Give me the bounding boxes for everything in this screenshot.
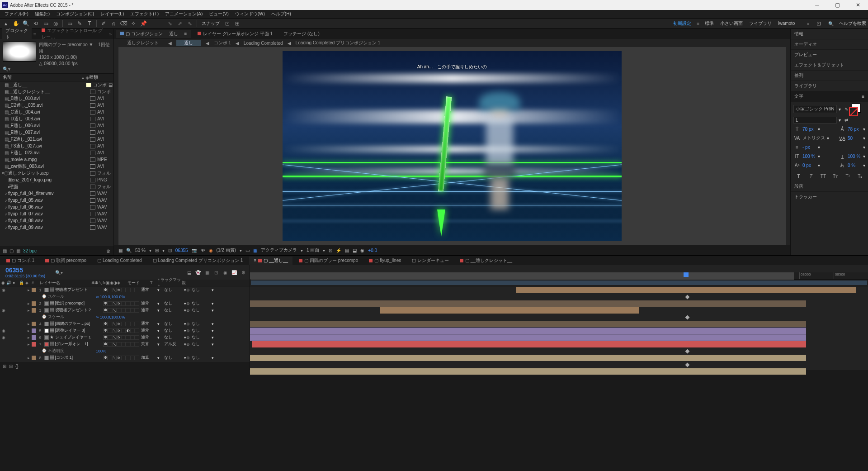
hscale[interactable]: 100 % <box>848 154 861 159</box>
project-item[interactable]: ♪flyup_full_07.wavWAV <box>0 210 113 217</box>
project-item[interactable]: ▤_C2通し_005.aviAVI <box>0 102 113 109</box>
layer-property[interactable]: ⌚ スケール∞ 100.0,100.0% <box>0 293 250 300</box>
workspace-item[interactable]: 小さい画面 <box>720 21 743 26</box>
res-value[interactable]: (1/2 画質) <box>217 247 236 253</box>
layer-row[interactable]: ◉ ▸6 ★ シェイプレイヤー 1 ✽＼fx 通常▾ なし▾ ⊚なし▾ <box>0 334 250 341</box>
kerning[interactable]: メトリクス <box>802 135 825 141</box>
layer-bar[interactable] <box>252 341 806 347</box>
project-item[interactable]: ▤_B通し_010.aviAVI <box>0 95 113 102</box>
project-item[interactable]: ♪flyup_full_04_filter.wavWAV <box>0 190 113 197</box>
project-item[interactable]: ♪flyup_full_06.wavWAV <box>0 204 113 210</box>
mag-icon[interactable]: 🔍 <box>126 248 132 253</box>
project-item[interactable]: ▤frenz_2017_logo.pngPNG <box>0 176 113 183</box>
frame-value[interactable]: 06355 <box>175 248 188 253</box>
breadcrumb-item[interactable]: __通し__ <box>176 40 201 46</box>
breadcrumb-item[interactable]: ◀ <box>236 41 239 46</box>
roi-icon[interactable]: ▭ <box>245 248 250 253</box>
menu-item[interactable]: ヘルプ(H) <box>269 11 294 17</box>
panel-header[interactable]: エフェクト＆プリセット <box>791 60 868 71</box>
flowchart-icon[interactable]: ⬓ <box>353 248 357 253</box>
project-item[interactable]: ♪flyup_full_08.wavWAV <box>0 217 113 224</box>
menu-item[interactable]: ビュー(V) <box>206 11 231 17</box>
timeline-icon[interactable]: ▤ <box>345 248 349 253</box>
leading-v[interactable]: - px <box>802 145 816 150</box>
col-kind[interactable]: 種類 <box>89 74 111 81</box>
breadcrumb-item[interactable]: ◀ <box>206 41 209 46</box>
project-item[interactable]: ▤_zwr撮影_003.aviAVI <box>0 163 113 170</box>
project-item[interactable]: ▤_D通し_008.aviAVI <box>0 115 113 122</box>
timeline-tab[interactable]: ▢ コンポ 1 <box>2 257 39 265</box>
channel-icon[interactable]: ◉ <box>209 248 213 253</box>
timeline-tab[interactable]: ▢ 歌詞 precompo <box>41 257 91 265</box>
timeline-search[interactable]: 🔍▾ <box>51 270 63 275</box>
world-axis-icon[interactable]: ⬈ <box>176 19 184 28</box>
brainstorm-icon[interactable]: ⚙ <box>240 269 247 276</box>
eraser-tool-icon[interactable]: ⌫ <box>119 19 127 28</box>
vscale[interactable]: 100 % <box>802 154 816 159</box>
exposure-value[interactable]: +0.0 <box>368 248 377 253</box>
help-search[interactable]: ヘルプを検索 <box>839 20 866 27</box>
tracker-panel-header[interactable]: トラッカー <box>791 192 868 202</box>
tracking[interactable]: 50 <box>848 136 861 141</box>
superscript-icon[interactable]: T¹ <box>844 172 851 180</box>
timeline-tab[interactable]: ▢ レンダーキュー <box>407 257 453 265</box>
timeline-tab[interactable]: ▢ flyup_lines <box>364 257 406 264</box>
baseline[interactable]: 0 px <box>802 163 816 168</box>
menu-item[interactable]: ウィンドウ(W) <box>232 11 268 17</box>
layer-bar[interactable] <box>250 328 806 334</box>
snap-label[interactable]: スナップ <box>200 20 222 27</box>
viewer-tab[interactable]: レイヤー グレー系オレンジ 平面 1 <box>193 30 277 38</box>
workspace-item[interactable]: iwamoto <box>778 21 795 26</box>
frame-blend-icon[interactable]: ⊡ <box>212 269 220 276</box>
workspace-item[interactable]: 標準 <box>705 21 714 26</box>
allcaps-icon[interactable]: TT <box>820 172 827 180</box>
layer-row[interactable]: ▸7 ▦ [グレー系オレ…1] ✽＼ 乗算▾ アル反▾ ⊚なし▾ <box>0 341 250 347</box>
project-item[interactable]: ▤_F通し_023.aviAVI <box>0 149 113 156</box>
character-panel-header[interactable]: 文字≡ <box>791 91 868 102</box>
show-snap-icon[interactable]: 👁 <box>201 248 205 253</box>
layer-row[interactable]: ◉ ▸3 ▦ 視聴者プレゼント 2 ✽＼ 通常▾ なし▾ ⊚なし▾ <box>0 307 250 314</box>
project-item[interactable]: ▤_E通し_006.aviAVI <box>0 122 113 129</box>
panel-header[interactable]: ライブラリ <box>791 81 868 91</box>
bold-icon[interactable]: T <box>795 172 802 180</box>
font-size[interactable]: 70 px <box>802 127 816 132</box>
project-item[interactable]: ▾▢通しクレジット.aepフォル <box>0 170 113 176</box>
breadcrumb-item[interactable]: ◀ <box>288 41 291 46</box>
bpc-indicator[interactable]: 32 bpc <box>23 248 37 253</box>
layer-bar[interactable] <box>250 368 806 375</box>
shy-icon[interactable]: 👻 <box>194 269 202 276</box>
project-item[interactable]: ▤_C通し_004.aviAVI <box>0 109 113 115</box>
graph-icon[interactable]: 📈 <box>231 269 238 276</box>
mask-icon[interactable]: ⊡ <box>168 248 172 253</box>
breadcrumb-item[interactable]: ◀ <box>168 41 172 46</box>
menu-item[interactable]: ファイル(F) <box>2 11 31 17</box>
layer-bar[interactable] <box>250 314 868 320</box>
render-icon[interactable]: ◉ <box>360 248 364 253</box>
snap-edge-icon[interactable]: ⊞ <box>233 19 241 28</box>
project-item[interactable]: ♪flyup_full_05.wavWAV <box>0 197 113 204</box>
breadcrumb-item[interactable]: Loading Completed プリコンポジション 1 <box>296 40 381 46</box>
layer-property[interactable]: ⌚ 不透明度100% <box>0 347 250 354</box>
trash-icon[interactable]: 🗑 <box>106 248 111 253</box>
layer-row[interactable]: ▸2 ▦ [歌詞 precompo] ✽＼fx 通常▾ なし▾ ⊚なし▾ <box>0 300 250 307</box>
smallcaps-icon[interactable]: Tᴛ <box>832 172 839 180</box>
project-item[interactable]: ▤_F3通し_027.aviAVI <box>0 143 113 149</box>
pixel-aspect-icon[interactable]: ⊡ <box>329 248 332 253</box>
viewer-tab[interactable]: ▢ コンポジション __通し__ ≡ <box>116 30 191 38</box>
transparency-icon[interactable]: ▦ <box>253 248 257 253</box>
layer-property[interactable]: ⌚ スケール∞ 100.0,100.0% <box>0 314 250 320</box>
toggle-modes-icon[interactable]: ⊟ <box>9 364 13 369</box>
timeline-tab[interactable]: ▢ __通しクレジット__ <box>455 257 517 265</box>
close-button[interactable]: ✕ <box>848 0 868 10</box>
project-item[interactable]: ▦__通しクレジット__コンポ <box>0 88 113 95</box>
font-weight[interactable]: L <box>793 117 837 124</box>
minimize-button[interactable]: ─ <box>807 0 827 10</box>
project-item[interactable]: ♪flyup_full_09.wavWAV <box>0 224 113 231</box>
menu-item[interactable]: アニメーション(A) <box>162 11 205 17</box>
camera-value[interactable]: アクティブカメラ <box>261 247 297 253</box>
project-search[interactable]: 🔍▾ <box>0 64 113 73</box>
panel-header[interactable]: 情報 <box>791 29 868 39</box>
panel-header[interactable]: プレビュー <box>791 50 868 60</box>
workspace-reset[interactable]: 初期設定 <box>673 20 691 27</box>
panel-header[interactable]: 整列 <box>791 71 868 81</box>
